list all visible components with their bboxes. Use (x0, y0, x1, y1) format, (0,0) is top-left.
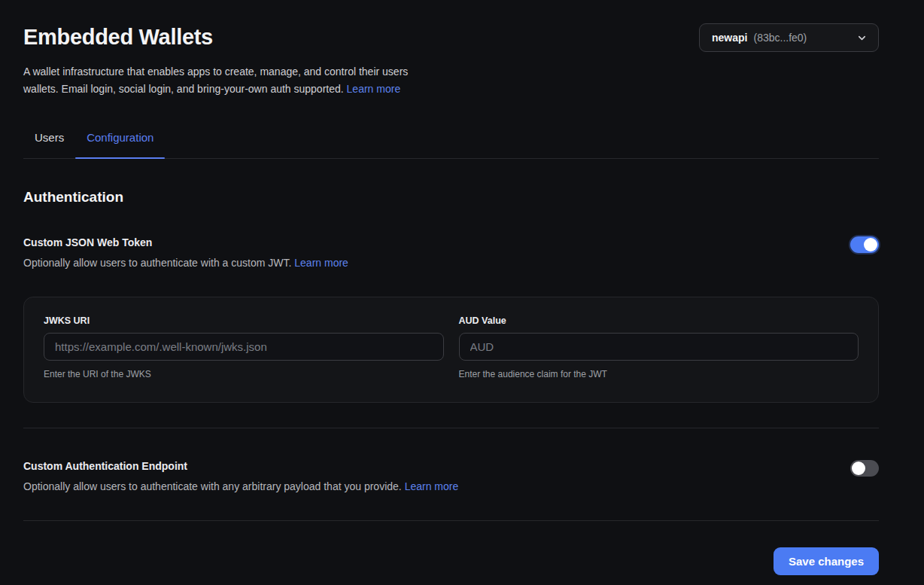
jwks-uri-field-group: JWKS URI Enter the URI of the JWKS (44, 315, 444, 379)
custom-jwt-title: Custom JSON Web Token (23, 236, 348, 248)
api-selector-dropdown[interactable]: newapi (83bc...fe0) (699, 23, 879, 52)
custom-auth-endpoint-setting-row: Custom Authentication Endpoint Optionall… (23, 460, 879, 492)
custom-jwt-description-text: Optionally allow users to authenticate w… (23, 257, 294, 269)
api-selector-key-fragment: (83bc...fe0) (753, 32, 807, 44)
page-header-texts: Embedded Wallets A wallet infrastructure… (23, 23, 442, 98)
jwks-uri-input[interactable] (44, 333, 444, 361)
aud-value-input[interactable] (459, 333, 859, 361)
custom-jwt-setting-row: Custom JSON Web Token Optionally allow u… (23, 236, 879, 269)
authentication-section-heading: Authentication (23, 189, 879, 206)
tab-bar: Users Configuration (23, 131, 879, 159)
aud-value-helper: Enter the audience claim for the JWT (459, 369, 859, 379)
tab-configuration[interactable]: Configuration (75, 131, 165, 158)
footer-actions: Save changes (23, 547, 879, 575)
custom-auth-endpoint-texts: Custom Authentication Endpoint Optionall… (23, 460, 458, 492)
custom-auth-endpoint-description: Optionally allow users to authenticate w… (23, 480, 458, 492)
custom-jwt-description: Optionally allow users to authenticate w… (23, 257, 348, 269)
footer-divider (23, 520, 879, 521)
page-description: A wallet infrastructure that enables app… (23, 63, 442, 98)
save-button[interactable]: Save changes (774, 547, 879, 575)
page-title: Embedded Wallets (23, 23, 442, 50)
tab-users[interactable]: Users (23, 131, 75, 158)
section-divider (23, 428, 879, 428)
aud-value-label: AUD Value (459, 315, 859, 326)
custom-auth-endpoint-toggle-knob (852, 462, 865, 475)
custom-auth-endpoint-description-text: Optionally allow users to authenticate w… (23, 480, 405, 492)
custom-auth-endpoint-title: Custom Authentication Endpoint (23, 460, 458, 472)
custom-jwt-learn-more-link[interactable]: Learn more (294, 257, 348, 269)
custom-jwt-toggle[interactable] (850, 236, 879, 253)
custom-auth-endpoint-learn-more-link[interactable]: Learn more (405, 480, 459, 492)
api-selector-name: newapi (712, 32, 747, 44)
jwks-uri-label: JWKS URI (44, 315, 444, 326)
page-learn-more-link[interactable]: Learn more (347, 83, 401, 95)
custom-jwt-toggle-knob (864, 238, 877, 251)
aud-value-field-group: AUD Value Enter the audience claim for t… (459, 315, 859, 379)
embedded-wallets-page: Embedded Wallets A wallet infrastructure… (0, 0, 924, 585)
custom-jwt-config-card: JWKS URI Enter the URI of the JWKS AUD V… (23, 297, 879, 403)
page-header: Embedded Wallets A wallet infrastructure… (23, 23, 879, 98)
custom-auth-endpoint-toggle[interactable] (850, 460, 879, 477)
chevron-down-icon (856, 32, 868, 44)
jwks-uri-helper: Enter the URI of the JWKS (44, 369, 444, 379)
custom-jwt-texts: Custom JSON Web Token Optionally allow u… (23, 236, 348, 269)
